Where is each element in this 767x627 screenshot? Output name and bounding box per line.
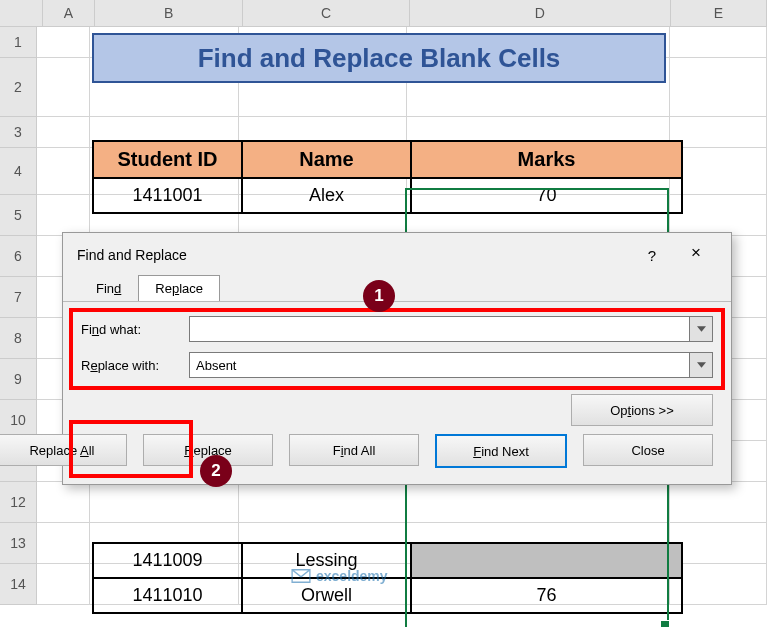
find-next-button[interactable]: Find Next bbox=[435, 434, 567, 468]
chevron-down-icon[interactable] bbox=[689, 317, 712, 341]
dialog-titlebar[interactable]: Find and Replace ? × bbox=[63, 233, 731, 275]
close-icon[interactable]: × bbox=[675, 243, 717, 267]
col-header-d[interactable]: D bbox=[410, 0, 671, 26]
row-headers: 1 2 3 4 5 6 7 8 9 10 11 12 13 14 bbox=[0, 27, 37, 605]
col-header-e[interactable]: E bbox=[671, 0, 767, 26]
watermark: exceldemy bbox=[290, 568, 388, 584]
row-header-12[interactable]: 12 bbox=[0, 482, 36, 523]
row-header-2[interactable]: 2 bbox=[0, 58, 36, 117]
close-button[interactable]: Close bbox=[583, 434, 713, 466]
cell-marks[interactable]: 70 bbox=[411, 178, 682, 213]
header-student-id: Student ID bbox=[93, 141, 242, 178]
col-header-a[interactable]: A bbox=[43, 0, 96, 26]
cell-name[interactable]: Alex bbox=[242, 178, 411, 213]
row-header-4[interactable]: 4 bbox=[0, 148, 36, 195]
table-row[interactable]: 1411001 Alex 70 bbox=[93, 178, 682, 213]
title-banner: Find and Replace Blank Cells bbox=[92, 33, 666, 83]
row-header-6[interactable]: 6 bbox=[0, 236, 36, 277]
find-all-button[interactable]: Find All bbox=[289, 434, 419, 466]
cell-marks-blank[interactable] bbox=[411, 543, 682, 578]
tab-find[interactable]: Find bbox=[79, 275, 138, 301]
data-table: Student ID Name Marks 1411001 Alex 70 bbox=[92, 140, 683, 214]
find-replace-dialog: Find and Replace ? × Find Replace Find w… bbox=[62, 232, 732, 485]
row-header-9[interactable]: 9 bbox=[0, 359, 36, 400]
watermark-text: exceldemy bbox=[316, 568, 388, 584]
help-button[interactable]: ? bbox=[641, 247, 663, 264]
replace-with-row: Replace with: Absent bbox=[81, 352, 713, 378]
dialog-tabs: Find Replace bbox=[63, 275, 731, 301]
cell-id[interactable]: 1411009 bbox=[93, 543, 242, 578]
row-header-5[interactable]: 5 bbox=[0, 195, 36, 236]
header-name: Name bbox=[242, 141, 411, 178]
row-header-14[interactable]: 14 bbox=[0, 564, 36, 605]
chevron-down-icon[interactable] bbox=[689, 353, 712, 377]
row-header-8[interactable]: 8 bbox=[0, 318, 36, 359]
replace-with-value: Absent bbox=[196, 358, 236, 373]
fill-handle[interactable] bbox=[660, 620, 670, 627]
replace-all-button[interactable]: Replace All bbox=[0, 434, 127, 466]
row-header-1[interactable]: 1 bbox=[0, 27, 36, 58]
col-header-c[interactable]: C bbox=[243, 0, 410, 26]
dialog-title: Find and Replace bbox=[77, 247, 641, 263]
column-headers: A B C D E bbox=[0, 0, 767, 27]
header-marks: Marks bbox=[411, 141, 682, 178]
replace-with-label: Replace with: bbox=[81, 358, 189, 373]
watermark-icon bbox=[290, 568, 312, 584]
select-all-corner[interactable] bbox=[0, 0, 43, 26]
cell-id[interactable]: 1411010 bbox=[93, 578, 242, 613]
annotation-badge-2: 2 bbox=[200, 455, 232, 487]
options-button[interactable]: Options >> bbox=[571, 394, 713, 426]
row-header-3[interactable]: 3 bbox=[0, 117, 36, 148]
row-header-13[interactable]: 13 bbox=[0, 523, 36, 564]
table-header-row: Student ID Name Marks bbox=[93, 141, 682, 178]
tab-replace[interactable]: Replace bbox=[138, 275, 220, 301]
find-what-input[interactable] bbox=[189, 316, 713, 342]
col-header-b[interactable]: B bbox=[95, 0, 243, 26]
cell-id[interactable]: 1411001 bbox=[93, 178, 242, 213]
find-what-label: Find what: bbox=[81, 322, 189, 337]
annotation-badge-1: 1 bbox=[363, 280, 395, 312]
find-what-row: Find what: bbox=[81, 316, 713, 342]
replace-with-input[interactable]: Absent bbox=[189, 352, 713, 378]
cell-marks[interactable]: 76 bbox=[411, 578, 682, 613]
row-header-7[interactable]: 7 bbox=[0, 277, 36, 318]
dialog-buttons: Replace All Replace Find All Find Next C… bbox=[81, 434, 713, 468]
